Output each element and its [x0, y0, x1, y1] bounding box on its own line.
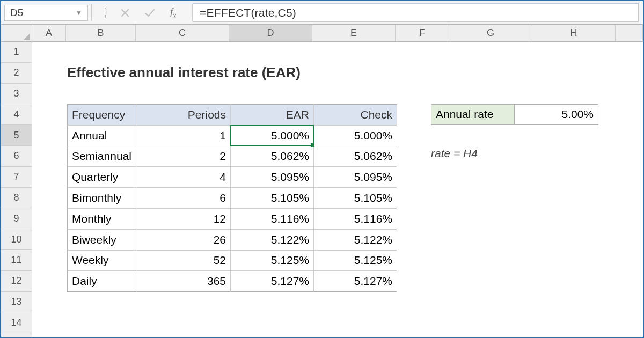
cell-frequency[interactable]: Biweekly [68, 229, 137, 250]
cell-periods[interactable]: 6 [137, 188, 231, 209]
row-header-6[interactable]: 6 [1, 146, 32, 167]
cell-check[interactable]: 5.125% [314, 250, 397, 271]
cell-check[interactable]: 5.000% [314, 125, 397, 146]
col-header-A[interactable]: A [32, 25, 66, 41]
cell-check[interactable]: 5.105% [314, 188, 397, 209]
cell-check[interactable]: 5.127% [314, 271, 397, 292]
cell-check[interactable]: 5.122% [314, 229, 397, 250]
row-header-7[interactable]: 7 [1, 167, 32, 188]
cell-ear[interactable]: 5.122% [231, 229, 314, 250]
col-header-C[interactable]: C [136, 25, 229, 41]
row-header-1[interactable]: 1 [1, 42, 32, 63]
name-box[interactable]: D5 ▼ [4, 5, 88, 21]
cell-periods[interactable]: 26 [137, 229, 231, 250]
row-header-8[interactable]: 8 [1, 188, 32, 209]
table-row: Quarterly 4 5.095% 5.095% [68, 167, 397, 188]
table-row: Annual 1 5.000% 5.000% [68, 125, 397, 146]
formula-input[interactable]: =EFFECT(rate,C5) [193, 3, 639, 22]
table-row: Daily 365 5.127% 5.127% [68, 271, 397, 292]
row-header-2[interactable]: 2 [1, 63, 32, 84]
formula-bar: D5 ▼ fx =EFFECT(rate,C5) [1, 1, 643, 25]
cell-periods[interactable]: 4 [137, 167, 231, 188]
table-row: Bimonthly 6 5.105% 5.105% [68, 188, 397, 209]
formula-bar-buttons: fx [92, 1, 192, 24]
row-header-12[interactable]: 12 [1, 271, 32, 292]
row-header-5[interactable]: 5 [1, 125, 32, 146]
row-header-4[interactable]: 4 [1, 104, 32, 125]
row-header-11[interactable]: 11 [1, 250, 32, 271]
ear-table: Frequency Periods EAR Check Annual 1 5.0… [67, 104, 397, 292]
grid-body: 1 2 3 4 5 6 7 8 9 10 11 12 13 14 Effecti… [1, 42, 643, 337]
chevron-down-icon: ▼ [76, 9, 82, 17]
table-row: Monthly 12 5.116% 5.116% [68, 208, 397, 229]
th-ear[interactable]: EAR [231, 105, 314, 126]
table-row: Weekly 52 5.125% 5.125% [68, 250, 397, 271]
select-all-corner[interactable] [1, 25, 32, 41]
row-headers: 1 2 3 4 5 6 7 8 9 10 11 12 13 14 [1, 42, 32, 337]
enter-icon[interactable] [144, 9, 155, 17]
cell-frequency[interactable]: Monthly [68, 208, 137, 229]
cell-check[interactable]: 5.095% [314, 167, 397, 188]
cancel-icon[interactable] [121, 9, 129, 17]
annual-rate-value[interactable]: 5.00% [515, 105, 598, 124]
name-box-wrap: D5 ▼ [1, 1, 91, 24]
cell-frequency[interactable]: Bimonthly [68, 188, 137, 209]
cell-frequency[interactable]: Weekly [68, 250, 137, 271]
row-header-3[interactable]: 3 [1, 84, 32, 105]
annual-rate-label[interactable]: Annual rate [431, 105, 515, 124]
col-header-F[interactable]: F [396, 25, 449, 41]
row-header-13[interactable]: 13 [1, 292, 32, 313]
named-range-note: rate = H4 [431, 147, 478, 160]
cell-ear[interactable]: 5.105% [231, 188, 314, 209]
row-header-9[interactable]: 9 [1, 208, 32, 229]
table-header-row: Frequency Periods EAR Check [68, 105, 397, 126]
cell-area[interactable]: Effective annual interest rate (EAR) Fre… [32, 42, 643, 337]
th-frequency[interactable]: Frequency [68, 105, 137, 126]
cell-check[interactable]: 5.116% [314, 208, 397, 229]
col-header-H[interactable]: H [532, 25, 616, 41]
th-check[interactable]: Check [314, 105, 397, 126]
cell-ear[interactable]: 5.095% [231, 167, 314, 188]
table-row: Biweekly 26 5.122% 5.122% [68, 229, 397, 250]
page-title: Effective annual interest rate (EAR) [67, 64, 301, 81]
cell-periods[interactable]: 365 [137, 271, 231, 292]
cell-check[interactable]: 5.062% [314, 146, 397, 167]
th-periods[interactable]: Periods [137, 105, 231, 126]
cell-frequency[interactable]: Quarterly [68, 167, 137, 188]
fx-icon[interactable]: fx [170, 6, 180, 20]
table-row: Semiannual 2 5.062% 5.062% [68, 146, 397, 167]
cell-frequency[interactable]: Annual [68, 125, 137, 146]
cell-frequency[interactable]: Semiannual [68, 146, 137, 167]
row-header-10[interactable]: 10 [1, 229, 32, 250]
cell-periods[interactable]: 52 [137, 250, 231, 271]
cell-periods[interactable]: 1 [137, 125, 231, 146]
row-header-14[interactable]: 14 [1, 312, 32, 333]
cell-ear[interactable]: 5.062% [231, 146, 314, 167]
cell-ear[interactable]: 5.116% [231, 208, 314, 229]
cell-periods[interactable]: 2 [137, 146, 231, 167]
annual-rate-box: Annual rate 5.00% [431, 104, 598, 125]
column-headers: A B C D E F G H [1, 25, 643, 42]
formula-text: =EFFECT(rate,C5) [200, 6, 296, 19]
cell-ear[interactable]: 5.125% [231, 250, 314, 271]
cell-periods[interactable]: 12 [137, 208, 231, 229]
name-box-value: D5 [10, 7, 23, 19]
col-header-D[interactable]: D [229, 25, 312, 41]
excel-window: D5 ▼ fx =EFFECT(rate,C5) A B C D E F G [0, 0, 644, 338]
cell-frequency[interactable]: Daily [68, 271, 137, 292]
col-header-overflow [616, 25, 643, 41]
cell-ear[interactable]: 5.000% [231, 125, 314, 146]
col-header-E[interactable]: E [312, 25, 396, 41]
col-header-B[interactable]: B [66, 25, 136, 41]
col-header-G[interactable]: G [449, 25, 532, 41]
cell-ear[interactable]: 5.127% [231, 271, 314, 292]
grip-icon [104, 8, 106, 18]
